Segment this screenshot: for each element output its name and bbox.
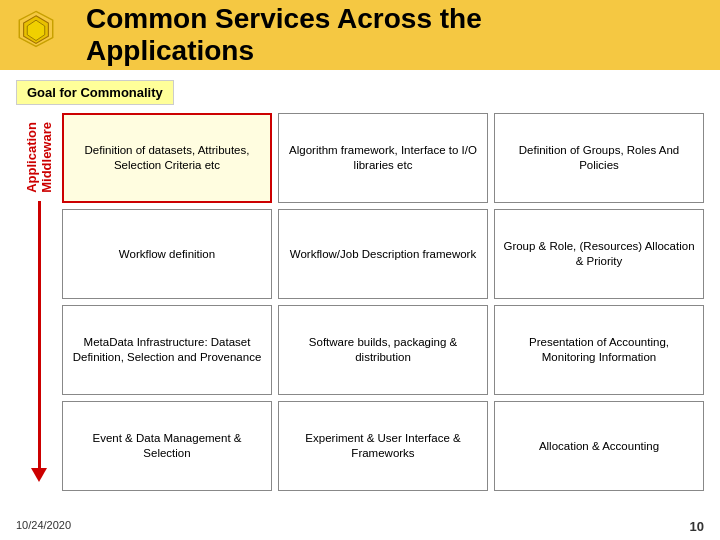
footer-date: 10/24/2020 — [16, 519, 71, 534]
grid-cell-r2-c1: Software builds, packaging & distributio… — [278, 305, 488, 395]
grid-cell-r0-c0: Definition of datasets, Attributes, Sele… — [62, 113, 272, 203]
grid-cell-r2-c0: MetaData Infrastructure: Dataset Definit… — [62, 305, 272, 395]
grid-cell-r1-c1: Workflow/Job Description framework — [278, 209, 488, 299]
title-line1: Common Services Across the — [86, 3, 482, 34]
grid-cell-r3-c2: Allocation & Accounting — [494, 401, 704, 491]
footer: 10/24/2020 10 — [0, 519, 720, 534]
top-bar: Common Services Across the Applications — [0, 0, 720, 70]
grid-cell-r1-c2: Group & Role, (Resources) Allocation & P… — [494, 209, 704, 299]
grid-cell-r2-c2: Presentation of Accounting, Monitoring I… — [494, 305, 704, 395]
grid-container: Definition of datasets, Attributes, Sele… — [62, 113, 704, 491]
middleware-label: ApplicationMiddleware — [24, 122, 54, 193]
title-line2: Applications — [86, 35, 254, 66]
goal-label: Goal for Commonality — [16, 80, 174, 105]
title-area: Common Services Across the Applications — [86, 3, 482, 67]
page-number: 10 — [690, 519, 704, 534]
grid-cell-r1-c0: Workflow definition — [62, 209, 272, 299]
grid-cell-r0-c1: Algorithm framework, Interface to I/O li… — [278, 113, 488, 203]
grid-cell-r3-c1: Experiment & User Interface & Frameworks — [278, 401, 488, 491]
main-title: Common Services Across the Applications — [86, 3, 482, 67]
grid-cell-r3-c0: Event & Data Management & Selection — [62, 401, 272, 491]
logo — [16, 10, 66, 60]
left-side: ApplicationMiddleware — [16, 113, 62, 491]
content-area: Goal for Commonality ApplicationMiddlewa… — [0, 70, 720, 501]
grid-cell-r0-c2: Definition of Groups, Roles And Policies — [494, 113, 704, 203]
